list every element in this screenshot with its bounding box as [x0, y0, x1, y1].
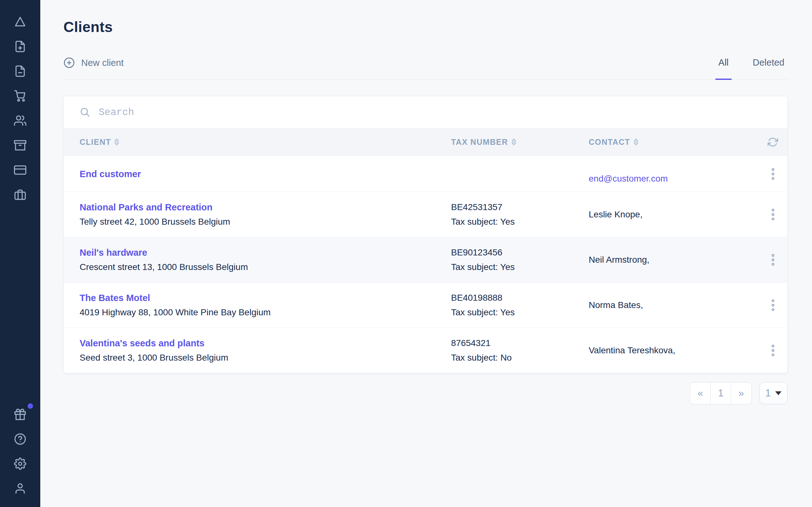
kebab-dot — [772, 263, 774, 266]
client-cell: Neil's hardware Crescent street 13, 1000… — [64, 237, 451, 282]
pagination: « 1 » 1 — [63, 382, 788, 404]
kebab-dot — [772, 259, 774, 261]
sidebar-item-clients[interactable] — [0, 108, 40, 133]
kebab-menu-button[interactable] — [768, 342, 777, 359]
sidebar-item-payments[interactable] — [0, 158, 40, 182]
sidebar-item-new-invoice[interactable] — [0, 34, 40, 59]
actions-cell — [758, 283, 787, 328]
file-plus-icon — [14, 40, 26, 53]
kebab-dot — [772, 299, 774, 302]
client-name-link[interactable]: National Parks and Recreation — [80, 200, 451, 215]
actions-cell — [758, 192, 787, 237]
clients-table-card: CLIENT TAX NUMBER CONTACT — [63, 96, 788, 373]
kebab-menu-button[interactable] — [768, 251, 777, 269]
tax-subject: Tax subject: No — [451, 350, 589, 365]
sidebar-item-company[interactable] — [0, 182, 40, 207]
tax-cell: 87654321 Tax subject: No — [451, 328, 589, 373]
client-cell: Valentina's seeds and plants Seed street… — [64, 328, 451, 373]
help-circle-icon — [14, 433, 26, 445]
client-address: 4019 Highway 88, 1000 White Pine Bay Bel… — [80, 305, 451, 320]
client-name-link[interactable]: Neil's hardware — [80, 245, 451, 260]
sidebar-spacer — [0, 207, 40, 402]
client-address: Seed street 3, 1000 Brussels Belgium — [80, 350, 451, 365]
sidebar-item-orders[interactable] — [0, 83, 40, 108]
triangle-logo-icon — [14, 15, 26, 28]
gear-icon — [14, 458, 26, 470]
client-address: Crescent street 13, 1000 Brussels Belgiu… — [80, 260, 451, 274]
sidebar-item-settings[interactable] — [0, 451, 40, 476]
kebab-dot — [772, 254, 774, 257]
refresh-button[interactable] — [768, 137, 778, 147]
column-header-tax-number[interactable]: TAX NUMBER — [451, 137, 589, 147]
contact-cell: end@customer.com — [589, 156, 758, 192]
column-label: CONTACT — [589, 137, 630, 147]
client-cell: The Bates Motel 4019 Highway 88, 1000 Wh… — [64, 283, 451, 328]
table-row[interactable]: Valentina's seeds and plants Seed street… — [64, 328, 787, 373]
pagination-prev-button[interactable]: « — [690, 382, 711, 404]
pagination-current-page-button[interactable]: 1 — [710, 382, 731, 404]
sidebar — [0, 0, 40, 507]
table-row[interactable]: National Parks and Recreation Telly stre… — [64, 192, 787, 237]
notification-dot — [28, 403, 33, 409]
sidebar-item-credit-notes[interactable] — [0, 59, 40, 83]
kebab-dot — [772, 213, 774, 216]
tax-subject: Tax subject: Yes — [451, 305, 589, 320]
kebab-dot — [772, 308, 774, 311]
contact-name: Valentina Tereshkova, — [589, 343, 758, 358]
client-cell: End customer — [64, 156, 451, 192]
tab-all[interactable]: All — [715, 57, 732, 79]
sort-icon — [633, 138, 639, 146]
table-header: CLIENT TAX NUMBER CONTACT — [64, 128, 787, 156]
contact-cell: Leslie Knope, — [589, 192, 758, 237]
tax-number: 87654321 — [451, 336, 589, 350]
search-bar — [64, 96, 787, 128]
page-title: Clients — [63, 18, 788, 36]
sidebar-item-help[interactable] — [0, 427, 40, 451]
table-row[interactable]: Neil's hardware Crescent street 13, 1000… — [64, 237, 787, 282]
sidebar-item-whats-new[interactable] — [0, 402, 40, 427]
credit-card-icon — [14, 164, 26, 176]
kebab-dot — [772, 304, 774, 306]
tax-number: BE40198888 — [451, 291, 589, 305]
client-name-link[interactable]: Valentina's seeds and plants — [80, 336, 451, 350]
client-cell: National Parks and Recreation Telly stre… — [64, 192, 451, 237]
table-row[interactable]: End customer end@customer.com — [64, 156, 787, 192]
kebab-menu-button[interactable] — [768, 165, 777, 183]
tax-cell: BE90123456 Tax subject: Yes — [451, 237, 589, 282]
caret-down-icon — [775, 391, 781, 395]
pagination-next-button[interactable]: » — [731, 382, 752, 404]
table-row[interactable]: The Bates Motel 4019 Highway 88, 1000 Wh… — [64, 282, 787, 328]
page-size-value: 1 — [765, 388, 771, 399]
client-name-link[interactable]: The Bates Motel — [80, 291, 451, 305]
plus-circle-icon — [63, 57, 75, 68]
contact-name: Neil Armstrong, — [589, 252, 758, 267]
actions-cell — [758, 156, 787, 192]
client-name-link[interactable]: End customer — [80, 167, 451, 181]
column-header-client[interactable]: CLIENT — [64, 137, 451, 147]
column-label: TAX NUMBER — [451, 137, 508, 147]
kebab-menu-button[interactable] — [768, 206, 777, 223]
kebab-dot — [772, 345, 774, 347]
sidebar-item-account[interactable] — [0, 476, 40, 501]
sort-icon — [114, 138, 119, 146]
page-size-dropdown[interactable]: 1 — [759, 382, 788, 404]
contact-cell: Valentina Tereshkova, — [589, 328, 758, 373]
sidebar-item-products[interactable] — [0, 133, 40, 158]
sidebar-bottom-group — [0, 402, 40, 507]
tab-deleted[interactable]: Deleted — [750, 57, 788, 79]
contact-email-link[interactable]: end@customer.com — [589, 171, 758, 186]
tax-number: BE42531357 — [451, 200, 589, 215]
tax-cell: BE42531357 Tax subject: Yes — [451, 192, 589, 237]
kebab-menu-button[interactable] — [768, 296, 777, 314]
sidebar-item-logo[interactable] — [0, 9, 40, 34]
kebab-dot — [772, 349, 774, 352]
column-header-actions — [758, 137, 787, 147]
tax-subject: Tax subject: Yes — [451, 215, 589, 229]
column-header-contact[interactable]: CONTACT — [589, 137, 758, 147]
briefcase-icon — [14, 188, 26, 201]
archive-box-icon — [14, 139, 26, 152]
new-client-button[interactable]: New client — [63, 57, 124, 79]
tax-number: BE90123456 — [451, 245, 589, 260]
column-label: CLIENT — [80, 137, 111, 147]
search-input[interactable] — [98, 107, 771, 118]
